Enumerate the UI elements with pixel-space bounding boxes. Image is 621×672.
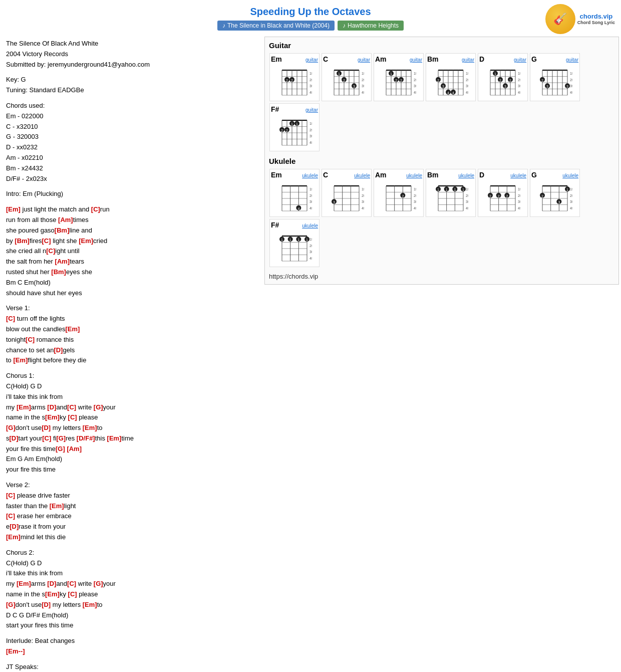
chord-diagram[interactable]: Bmukulele11111fr2fr3fr4fr — [426, 169, 476, 217]
chord-type-link[interactable]: guitar — [305, 57, 318, 63]
chord-diagram[interactable]: Emukulele41fr2fr3fr4fr — [269, 169, 320, 217]
chord-type-link[interactable]: ukulele — [406, 173, 422, 178]
chord-marker[interactable]: [C] — [6, 512, 15, 520]
album-pill[interactable]: ♪ The Silence in Black and White (2004) — [217, 21, 335, 31]
chord-diagram[interactable]: Bmguitar23441fr2fr3fr4fr — [426, 53, 476, 101]
svg-text:3fr: 3fr — [466, 84, 468, 88]
chord-diagram[interactable]: Gguitar2331fr2fr3fr4fr — [530, 53, 580, 101]
chord-diagram-header: Dguitar — [479, 55, 526, 63]
chord-marker[interactable]: [C] — [6, 492, 15, 499]
chord-marker[interactable]: [C] — [67, 580, 76, 587]
chord-type-link[interactable]: guitar — [410, 57, 422, 63]
svg-text:2fr: 2fr — [309, 244, 312, 248]
chord-marker[interactable]: [D] — [10, 434, 19, 442]
chord-marker[interactable]: [G] — [94, 580, 103, 587]
chord-type-link[interactable]: guitar — [566, 57, 578, 63]
chord-marker[interactable]: [C] — [67, 403, 76, 411]
chord-type-link[interactable]: ukulele — [510, 173, 526, 178]
chord-diagram[interactable]: F#ukulele11111fr2fr3fr4fr — [269, 219, 320, 267]
chord-name: Bm — [427, 55, 439, 63]
chord-marker[interactable]: [G] — [6, 601, 16, 608]
chord-marker[interactable]: [Em] — [79, 237, 93, 245]
chord-marker[interactable]: [G] — [94, 403, 103, 411]
chord-marker[interactable]: [Em] — [17, 403, 31, 411]
chord-marker[interactable]: [D] — [47, 580, 56, 587]
artist-pill-icon: ♪ — [343, 22, 346, 29]
chord-marker[interactable]: [C] — [26, 336, 35, 343]
chord-type-link[interactable]: guitar — [514, 57, 526, 63]
chord-marker[interactable]: [C] — [91, 205, 100, 213]
svg-text:2: 2 — [400, 79, 402, 82]
chord-type-link[interactable]: ukulele — [562, 173, 578, 178]
chord-diagram[interactable]: Cguitar1231fr2fr3fr4fr — [322, 53, 372, 101]
intro-label: Intro: Em (Plucking) — [6, 189, 258, 199]
page-title: Speeding Up the Octaves — [0, 0, 621, 21]
chord-marker[interactable]: [G] — [56, 434, 66, 442]
site-url: https://chords.vip — [269, 273, 614, 280]
chord-diagram[interactable]: Amguitar1221fr2fr3fr4fr — [374, 53, 424, 101]
chord-type-link[interactable]: guitar — [462, 57, 474, 63]
svg-text:2fr: 2fr — [518, 194, 520, 197]
logo-area: 🎸 chords.vip Chord Song Lyric — [545, 4, 615, 34]
chord-type-link[interactable]: ukulele — [354, 173, 370, 178]
chord-type-link[interactable]: ukulele — [302, 173, 318, 178]
chord-type-link[interactable]: ukulele — [458, 173, 474, 178]
chord-marker[interactable]: [Em] — [107, 434, 122, 442]
chord-diagram[interactable]: F#guitar22111fr2fr3fr4fr — [269, 103, 320, 151]
chord-marker[interactable]: [D] — [10, 523, 19, 530]
svg-text:4fr: 4fr — [570, 206, 572, 210]
chord-marker[interactable]: [Em] — [50, 502, 64, 510]
chord-marker[interactable]: [Bm] — [15, 237, 30, 245]
chord-marker[interactable]: [C] — [6, 315, 15, 322]
chord-name: F# — [271, 105, 279, 113]
chord-marker[interactable]: [Bm] — [51, 268, 66, 276]
chord-marker[interactable]: [Em] — [17, 580, 31, 587]
chord-marker[interactable]: [Em] — [45, 413, 60, 421]
chord-marker[interactable]: [D] — [54, 346, 63, 354]
chord-marker[interactable]: [Em] — [6, 533, 21, 541]
svg-text:1: 1 — [566, 188, 568, 191]
svg-text:2fr: 2fr — [414, 194, 416, 197]
chord-diagram[interactable]: Emguitar221fr2fr3fr4fr — [269, 53, 320, 101]
chord-diagram[interactable]: Dguitar12321fr2fr3fr4fr — [478, 53, 528, 101]
chord-diagram[interactable]: Amukulele21fr2fr3fr4fr — [374, 169, 424, 217]
chord-marker[interactable]: [Em] — [13, 356, 28, 364]
chord-marker[interactable]: [C] — [42, 434, 51, 442]
chord-diagram[interactable]: Dukulele2221fr2fr3fr4fr — [478, 169, 528, 217]
chord-marker[interactable]: [G] — [56, 445, 65, 453]
chord-marker[interactable]: [Em] — [6, 205, 21, 213]
chord-diagram-header: Gguitar — [531, 55, 578, 63]
chord-marker[interactable]: [C] — [68, 413, 77, 421]
chord-name: Em — [271, 171, 282, 179]
chord-marker[interactable]: [D] — [42, 601, 51, 608]
svg-text:1: 1 — [390, 72, 392, 76]
chord-marker[interactable]: [Em] — [83, 424, 97, 431]
chord-marker[interactable]: [C] — [42, 237, 51, 245]
chord-marker[interactable]: [Am] — [55, 258, 70, 265]
chord-marker[interactable]: [Bm] — [55, 227, 70, 234]
chord-marker[interactable]: [Em] — [83, 601, 97, 608]
chord-marker[interactable]: [Em] — [66, 325, 80, 333]
artist-pill[interactable]: ♪ Hawthorne Heights — [338, 21, 404, 31]
chord-type-link[interactable]: ukulele — [302, 223, 318, 229]
svg-text:4fr: 4fr — [518, 91, 520, 94]
chord-diagram[interactable]: Gukulele2311fr2fr3fr4fr — [530, 169, 580, 217]
chord-marker[interactable]: [Am] — [58, 216, 73, 223]
svg-text:1fr: 1fr — [570, 72, 572, 75]
verse-pre-lyrics: [Em] just light the match and [C]runrun … — [6, 204, 258, 298]
chord-marker[interactable]: [G] — [6, 424, 16, 431]
chord-type-link[interactable]: guitar — [305, 107, 318, 113]
chord-type-link[interactable]: guitar — [358, 57, 370, 63]
chord-marker[interactable]: [Am] — [67, 445, 82, 453]
chord-marker[interactable]: [C] — [68, 590, 77, 598]
chord-marker[interactable]: [D] — [42, 424, 51, 431]
svg-text:4fr: 4fr — [309, 257, 312, 260]
chord-marker[interactable]: [C] — [46, 247, 55, 255]
chord-marker[interactable]: [D/F#] — [77, 434, 95, 442]
chord-diagram[interactable]: Cukulele31fr2fr3fr4fr — [322, 169, 372, 217]
chord-marker[interactable]: [D] — [47, 403, 56, 411]
ukulele-chords-row: Emukulele41fr2fr3fr4frCukulele31fr2fr3fr… — [269, 168, 614, 268]
chord-marker[interactable]: [Em] — [45, 590, 60, 598]
svg-text:2: 2 — [286, 79, 288, 82]
chord-marker[interactable]: [Em--] — [6, 647, 25, 655]
